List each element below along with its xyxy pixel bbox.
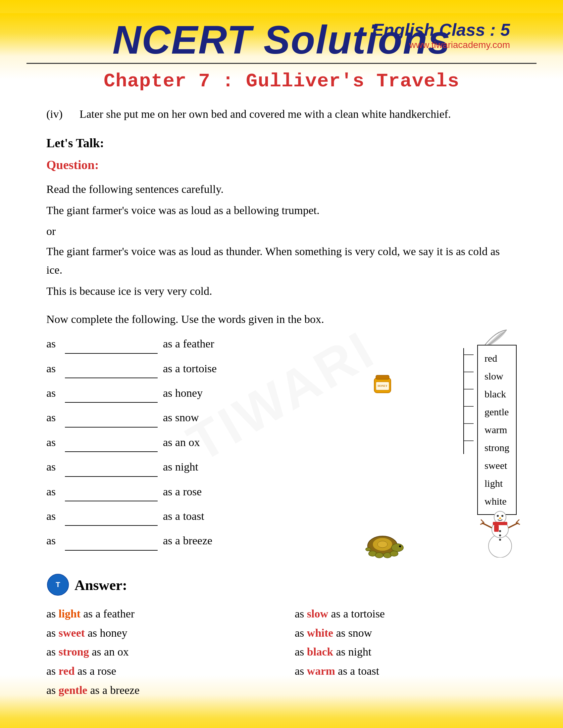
fill-suffix-1: as a feather — [163, 335, 214, 353]
fill-row-9: as as a breeze — [46, 532, 351, 550]
fill-blank-7[interactable] — [65, 483, 158, 501]
paragraph-1: Read the following sentences carefully. — [46, 180, 517, 199]
fill-as-5: as — [46, 433, 60, 451]
fill-suffix-5: as an ox — [163, 433, 200, 451]
fill-blank-3[interactable] — [65, 384, 158, 403]
fill-as-7: as — [46, 483, 60, 501]
fill-blank-8[interactable] — [65, 507, 158, 526]
word-black: black — [485, 385, 509, 403]
word-strong: strong — [485, 439, 509, 457]
fill-section: as as a feather as as a tortoise as as h… — [46, 335, 517, 557]
footer-website: www.tiwariacademy.com — [26, 726, 537, 728]
svg-rect-17 — [493, 522, 507, 525]
answer-highlight-gentle: gentle — [59, 684, 87, 696]
fill-row-7: as as a rose — [46, 483, 351, 501]
word-gentle: gentle — [485, 403, 509, 421]
honey-jar-illustration: HONEY — [368, 368, 398, 403]
fill-as-4: as — [46, 409, 60, 427]
svg-rect-18 — [494, 525, 499, 532]
paragraph-4: This is because ice is very very cold. — [46, 282, 517, 300]
answer-highlight-red: red — [59, 665, 74, 677]
answer-row-8: as warm as a toast — [295, 661, 517, 681]
answer-highlight-sweet: sweet — [59, 627, 85, 639]
answer-highlight-white: white — [307, 627, 333, 639]
footer: www.tiwariacademy.com A Step towards fre… — [26, 713, 537, 728]
paragraph-3: The giant farmer's voice was as loud as … — [46, 242, 517, 279]
svg-point-21 — [499, 539, 501, 541]
fill-suffix-3: as honey — [163, 384, 203, 402]
fill-blank-2[interactable] — [65, 360, 158, 378]
fill-blank-4[interactable] — [65, 409, 158, 427]
svg-point-14 — [497, 515, 499, 517]
answer-right-col: as slow as a tortoise as white as snow a… — [295, 604, 517, 700]
fill-blank-9[interactable] — [65, 532, 158, 550]
chapter-heading: Chapter 7 : Gulliver's Travels — [26, 70, 537, 92]
answer-row-2: as slow as a tortoise — [295, 604, 517, 623]
svg-point-37 — [366, 548, 371, 551]
intro-text: Later she put me on her own bed and cove… — [79, 105, 451, 123]
answer-highlight-light: light — [59, 608, 80, 620]
fill-as-2: as — [46, 360, 60, 378]
answer-highlight-black: black — [307, 646, 333, 658]
answer-row-4: as white as snow — [295, 623, 517, 643]
fill-suffix-7: as a rose — [163, 483, 202, 501]
fill-row-8: as as a toast — [46, 507, 351, 526]
answer-left-col: as light as a feather as sweet as honey … — [46, 604, 268, 700]
svg-point-20 — [499, 534, 501, 536]
top-badge: English Class : 5 www.tiwariacademy.com — [372, 20, 510, 50]
fill-suffix-4: as snow — [163, 409, 199, 427]
intro-question: (iv) Later she put me on her own bed and… — [46, 105, 517, 123]
roman-numeral: (iv) — [46, 105, 73, 123]
fill-suffix-6: as night — [163, 458, 198, 476]
answer-highlight-warm: warm — [307, 665, 335, 677]
fill-row-6: as as night — [46, 458, 351, 477]
fill-suffix-9: as a breeze — [163, 532, 212, 550]
svg-point-34 — [375, 553, 383, 558]
answer-row-9: as gentle as a breeze — [46, 681, 268, 700]
svg-line-24 — [481, 520, 484, 523]
answer-row-1: as light as a feather — [46, 604, 268, 623]
svg-rect-8 — [376, 375, 389, 379]
fill-row-1: as as a feather — [46, 335, 351, 353]
fill-as-8: as — [46, 507, 60, 525]
fill-blank-6[interactable] — [65, 458, 158, 477]
fill-as-9: as — [46, 532, 60, 550]
svg-text:T: T — [56, 580, 60, 589]
snowman-illustration — [477, 498, 523, 563]
fill-row-3: as as honey — [46, 384, 351, 403]
svg-point-36 — [390, 551, 398, 556]
word-warm: warm — [485, 421, 509, 439]
answer-section: T Answer: as light as a feather as sweet… — [26, 573, 537, 700]
answer-row-7: as red as a rose — [46, 661, 268, 681]
svg-point-15 — [501, 515, 503, 517]
answer-row-3: as sweet as honey — [46, 623, 268, 643]
word-box: red slow black gentle warm strong sweet … — [477, 345, 517, 515]
fill-blank-1[interactable] — [65, 335, 158, 353]
svg-point-30 — [378, 541, 388, 548]
svg-point-19 — [499, 530, 501, 532]
chapter-title: Chapter 7 : Gulliver's Travels — [104, 70, 459, 92]
fill-as-6: as — [46, 458, 60, 476]
question-label: Question: — [46, 155, 517, 175]
answer-highlight-strong: strong — [59, 646, 89, 658]
fill-blank-5[interactable] — [65, 433, 158, 452]
fill-as-3: as — [46, 384, 60, 402]
fill-suffix-2: as a tortoise — [163, 360, 216, 378]
word-slow: slow — [485, 367, 509, 385]
fill-lines-column: as as a feather as as a tortoise as as h… — [46, 335, 351, 557]
svg-text:HONEY: HONEY — [378, 385, 388, 387]
answer-row-5: as strong as an ox — [46, 642, 268, 661]
tortoise-illustration — [358, 528, 411, 566]
fill-row-4: as as snow — [46, 409, 351, 427]
lets-talk-section: Let's Talk: Question: Read the following… — [46, 133, 517, 300]
content-area: (iv) Later she put me on her own bed and… — [26, 105, 537, 557]
answer-label: Answer: — [74, 577, 127, 594]
lets-talk-label: Let's Talk: — [46, 133, 517, 153]
svg-line-26 — [516, 520, 519, 523]
tiwari-logo: T — [46, 573, 70, 598]
answer-grid: as light as a feather as sweet as honey … — [46, 604, 517, 700]
fill-suffix-8: as a toast — [163, 507, 204, 525]
or-text: or — [46, 222, 517, 240]
answer-header: T Answer: — [46, 573, 517, 598]
divider-line — [26, 63, 537, 64]
